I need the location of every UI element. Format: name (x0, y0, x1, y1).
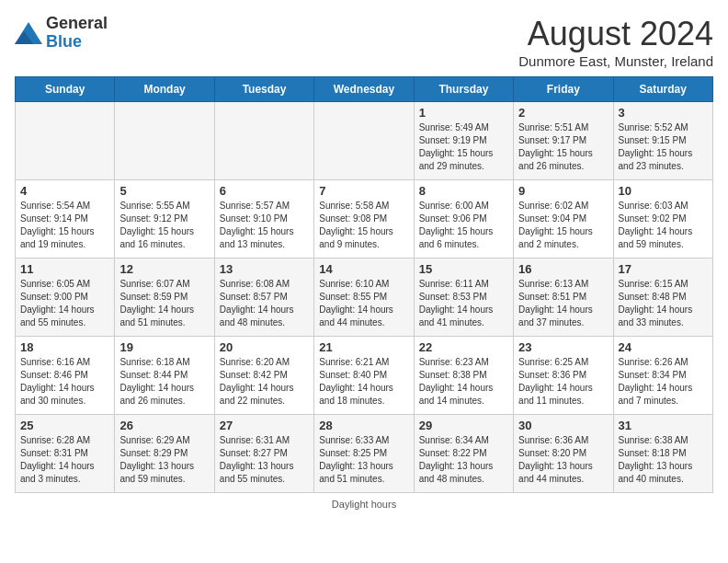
day-info: Sunrise: 5:58 AM Sunset: 9:08 PM Dayligh… (319, 200, 408, 251)
calendar-cell (115, 102, 214, 180)
day-number: 25 (20, 419, 109, 432)
calendar-week: 1Sunrise: 5:49 AM Sunset: 9:19 PM Daylig… (16, 102, 713, 180)
day-info: Sunrise: 6:29 AM Sunset: 8:29 PM Dayligh… (119, 434, 209, 486)
calendar-cell: 13Sunrise: 6:08 AM Sunset: 8:57 PM Dayli… (214, 259, 313, 337)
calendar-week: 11Sunrise: 6:05 AM Sunset: 9:00 PM Dayli… (16, 259, 713, 337)
calendar-cell (314, 102, 414, 180)
day-number: 31 (619, 419, 708, 432)
day-header: Friday (514, 77, 613, 102)
day-info: Sunrise: 6:31 AM Sunset: 8:27 PM Dayligh… (220, 434, 309, 486)
calendar-cell: 7Sunrise: 5:58 AM Sunset: 9:08 PM Daylig… (314, 180, 414, 259)
day-number: 21 (319, 340, 408, 354)
day-number: 10 (619, 184, 708, 198)
calendar-cell: 21Sunrise: 6:21 AM Sunset: 8:40 PM Dayli… (314, 337, 414, 415)
day-number: 30 (518, 419, 608, 432)
day-number: 8 (419, 184, 508, 198)
day-info: Sunrise: 6:28 AM Sunset: 8:31 PM Dayligh… (20, 434, 109, 486)
day-info: Sunrise: 6:10 AM Sunset: 8:55 PM Dayligh… (319, 278, 408, 329)
day-header: Monday (115, 77, 214, 102)
day-info: Sunrise: 6:15 AM Sunset: 8:48 PM Dayligh… (619, 278, 708, 329)
calendar-cell: 28Sunrise: 6:33 AM Sunset: 8:25 PM Dayli… (314, 415, 414, 493)
footer: Daylight hours (15, 499, 713, 510)
day-number: 6 (220, 184, 309, 198)
day-number: 22 (419, 340, 508, 354)
calendar-cell (16, 102, 115, 180)
day-info: Sunrise: 6:18 AM Sunset: 8:44 PM Dayligh… (119, 356, 209, 408)
page-header: General Blue August 2024 Dunmore East, M… (15, 15, 713, 69)
day-number: 23 (518, 340, 608, 354)
header-row: SundayMondayTuesdayWednesdayThursdayFrid… (16, 77, 713, 102)
calendar-cell: 16Sunrise: 6:13 AM Sunset: 8:51 PM Dayli… (514, 259, 613, 337)
day-info: Sunrise: 6:03 AM Sunset: 9:02 PM Dayligh… (619, 200, 708, 251)
calendar-cell: 14Sunrise: 6:10 AM Sunset: 8:55 PM Dayli… (314, 259, 414, 337)
day-number: 27 (220, 419, 309, 432)
day-number: 17 (619, 262, 708, 276)
calendar-cell (214, 102, 313, 180)
day-header: Thursday (414, 77, 513, 102)
day-info: Sunrise: 5:55 AM Sunset: 9:12 PM Dayligh… (119, 200, 209, 251)
calendar-cell: 27Sunrise: 6:31 AM Sunset: 8:27 PM Dayli… (214, 415, 313, 493)
subtitle: Dunmore East, Munster, Ireland (518, 53, 713, 69)
day-info: Sunrise: 5:54 AM Sunset: 9:14 PM Dayligh… (20, 200, 109, 251)
day-header: Saturday (613, 77, 712, 102)
day-number: 29 (419, 419, 508, 432)
calendar-cell: 12Sunrise: 6:07 AM Sunset: 8:59 PM Dayli… (115, 259, 214, 337)
calendar-cell: 17Sunrise: 6:15 AM Sunset: 8:48 PM Dayli… (613, 259, 712, 337)
day-info: Sunrise: 5:57 AM Sunset: 9:10 PM Dayligh… (220, 200, 309, 251)
day-info: Sunrise: 6:38 AM Sunset: 8:18 PM Dayligh… (619, 434, 708, 486)
day-info: Sunrise: 6:13 AM Sunset: 8:51 PM Dayligh… (518, 278, 608, 329)
calendar-cell: 31Sunrise: 6:38 AM Sunset: 8:18 PM Dayli… (613, 415, 712, 493)
day-info: Sunrise: 6:33 AM Sunset: 8:25 PM Dayligh… (319, 434, 408, 486)
calendar-cell: 30Sunrise: 6:36 AM Sunset: 8:20 PM Dayli… (514, 415, 613, 493)
main-title: August 2024 (518, 15, 713, 53)
calendar-cell: 3Sunrise: 5:52 AM Sunset: 9:15 PM Daylig… (613, 102, 712, 180)
day-number: 28 (319, 419, 408, 432)
day-number: 16 (518, 262, 608, 276)
logo: General Blue (15, 15, 108, 52)
calendar-cell: 5Sunrise: 5:55 AM Sunset: 9:12 PM Daylig… (115, 180, 214, 259)
day-number: 11 (20, 262, 109, 276)
day-info: Sunrise: 5:49 AM Sunset: 9:19 PM Dayligh… (419, 121, 508, 173)
calendar-cell: 26Sunrise: 6:29 AM Sunset: 8:29 PM Dayli… (115, 415, 214, 493)
title-section: August 2024 Dunmore East, Munster, Irela… (518, 15, 713, 69)
calendar-cell: 10Sunrise: 6:03 AM Sunset: 9:02 PM Dayli… (613, 180, 712, 259)
day-info: Sunrise: 6:25 AM Sunset: 8:36 PM Dayligh… (518, 356, 608, 408)
day-number: 24 (619, 340, 708, 354)
day-number: 3 (619, 106, 708, 120)
daylight-label: Daylight hours (332, 499, 396, 510)
day-number: 18 (20, 340, 109, 354)
day-info: Sunrise: 6:26 AM Sunset: 8:34 PM Dayligh… (619, 356, 708, 408)
day-info: Sunrise: 6:07 AM Sunset: 8:59 PM Dayligh… (119, 278, 209, 329)
day-number: 20 (220, 340, 309, 354)
day-info: Sunrise: 6:23 AM Sunset: 8:38 PM Dayligh… (419, 356, 508, 408)
day-info: Sunrise: 6:34 AM Sunset: 8:22 PM Dayligh… (419, 434, 508, 486)
calendar-week: 18Sunrise: 6:16 AM Sunset: 8:46 PM Dayli… (16, 337, 713, 415)
calendar-cell: 8Sunrise: 6:00 AM Sunset: 9:06 PM Daylig… (414, 180, 513, 259)
calendar-cell: 18Sunrise: 6:16 AM Sunset: 8:46 PM Dayli… (16, 337, 115, 415)
calendar-cell: 29Sunrise: 6:34 AM Sunset: 8:22 PM Dayli… (414, 415, 513, 493)
calendar-cell: 6Sunrise: 5:57 AM Sunset: 9:10 PM Daylig… (214, 180, 313, 259)
day-info: Sunrise: 6:16 AM Sunset: 8:46 PM Dayligh… (20, 356, 109, 408)
day-header: Tuesday (214, 77, 313, 102)
day-number: 4 (20, 184, 109, 198)
day-number: 1 (419, 106, 508, 120)
logo-blue: Blue (46, 33, 108, 52)
day-info: Sunrise: 5:52 AM Sunset: 9:15 PM Dayligh… (619, 121, 708, 173)
day-number: 7 (319, 184, 408, 198)
calendar-cell: 4Sunrise: 5:54 AM Sunset: 9:14 PM Daylig… (16, 180, 115, 259)
calendar-cell: 24Sunrise: 6:26 AM Sunset: 8:34 PM Dayli… (613, 337, 712, 415)
calendar-week: 4Sunrise: 5:54 AM Sunset: 9:14 PM Daylig… (16, 180, 713, 259)
day-number: 14 (319, 262, 408, 276)
day-info: Sunrise: 6:00 AM Sunset: 9:06 PM Dayligh… (419, 200, 508, 251)
day-info: Sunrise: 6:02 AM Sunset: 9:04 PM Dayligh… (518, 200, 608, 251)
calendar-cell: 22Sunrise: 6:23 AM Sunset: 8:38 PM Dayli… (414, 337, 513, 415)
logo-general: General (46, 15, 108, 33)
day-header: Sunday (16, 77, 115, 102)
calendar-cell: 2Sunrise: 5:51 AM Sunset: 9:17 PM Daylig… (514, 102, 613, 180)
day-number: 26 (119, 419, 209, 432)
logo-icon (15, 22, 42, 44)
calendar-cell: 23Sunrise: 6:25 AM Sunset: 8:36 PM Dayli… (514, 337, 613, 415)
day-number: 15 (419, 262, 508, 276)
calendar-cell: 1Sunrise: 5:49 AM Sunset: 9:19 PM Daylig… (414, 102, 513, 180)
calendar-cell: 25Sunrise: 6:28 AM Sunset: 8:31 PM Dayli… (16, 415, 115, 493)
